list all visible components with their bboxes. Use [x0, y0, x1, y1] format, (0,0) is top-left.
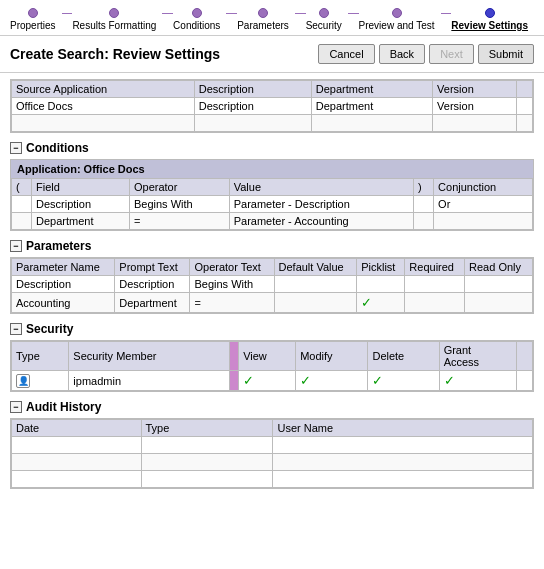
- step-dot-security: [319, 8, 329, 18]
- wizard-connector-2: [162, 13, 173, 14]
- param-col-picklist: Picklist: [357, 259, 405, 276]
- conditions-app-box: Application: Office Docs ( Field Operato…: [10, 159, 534, 231]
- wizard-step-conditions[interactable]: Conditions: [173, 8, 220, 31]
- wizard-step-preview-and-test[interactable]: Preview and Test: [359, 8, 435, 31]
- step-label-review-settings: Review Settings: [451, 20, 528, 31]
- source-app-department: Department: [311, 98, 432, 115]
- source-apps-col-dept: Department: [311, 81, 432, 98]
- page-title: Create Search: Review Settings: [10, 46, 314, 62]
- conditions-collapse-icon[interactable]: −: [10, 142, 22, 154]
- table-row-empty: [12, 115, 533, 132]
- sec-col-type: Type: [12, 342, 69, 371]
- param-default-2: [274, 293, 357, 313]
- cond-operator-1: Begins With: [129, 196, 229, 213]
- wizard-connector-3: [226, 13, 237, 14]
- source-apps-col-desc: Description: [194, 81, 311, 98]
- param-default-1: [274, 276, 357, 293]
- audit-col-type: Type: [141, 420, 273, 437]
- sec-col-delete: Delete: [368, 342, 439, 371]
- parameters-table-container: Parameter Name Prompt Text Operator Text…: [10, 257, 534, 314]
- cond-field-1: Description: [32, 196, 130, 213]
- audit-collapse-icon[interactable]: −: [10, 401, 22, 413]
- conditions-section-label: Conditions: [26, 141, 89, 155]
- wizard-step-results-formatting[interactable]: Results Formatting: [72, 8, 156, 31]
- security-collapse-icon[interactable]: −: [10, 323, 22, 335]
- conditions-col-conjunction: Conjunction: [434, 179, 533, 196]
- audit-empty-date: [12, 437, 142, 454]
- param-required-1: [405, 276, 465, 293]
- wizard-connector-5: [348, 13, 359, 14]
- back-button[interactable]: Back: [379, 44, 425, 64]
- wizard-step-properties[interactable]: Properties: [10, 8, 56, 31]
- table-row: Description Description Begins With: [12, 276, 533, 293]
- step-dot-properties: [28, 8, 38, 18]
- step-dot-review-settings: [485, 8, 495, 18]
- param-col-name: Parameter Name: [12, 259, 115, 276]
- main-content: Source Application Description Departmen…: [0, 73, 544, 499]
- parameters-section-header: − Parameters: [10, 239, 534, 253]
- conditions-col-operator: Operator: [129, 179, 229, 196]
- wizard-step-review-settings[interactable]: Review Settings: [451, 8, 528, 31]
- step-label-parameters: Parameters: [237, 20, 289, 31]
- audit-history-section-header: − Audit History: [10, 400, 534, 414]
- empty-cell: [516, 115, 532, 132]
- sec-col-divider: [230, 342, 239, 371]
- conditions-app-box-header: Application: Office Docs: [11, 160, 533, 178]
- parameters-table: Parameter Name Prompt Text Operator Text…: [11, 258, 533, 313]
- table-row: Department = Parameter - Accounting: [12, 213, 533, 230]
- wizard-connector-6: [441, 13, 452, 14]
- source-app-extra: [516, 98, 532, 115]
- source-apps-col-extra: [516, 81, 532, 98]
- cond-field-2: Department: [32, 213, 130, 230]
- source-apps-col-source: Source Application: [12, 81, 195, 98]
- source-apps-header-row: Source Application Description Departmen…: [12, 81, 533, 98]
- security-section-label: Security: [26, 322, 73, 336]
- audit-header-row: Date Type User Name: [12, 420, 533, 437]
- audit-empty-row-1: [12, 437, 533, 454]
- cond-operator-2: =: [129, 213, 229, 230]
- wizard-step-parameters[interactable]: Parameters: [237, 8, 289, 31]
- grant-check: ✓: [444, 373, 455, 388]
- cancel-button[interactable]: Cancel: [318, 44, 374, 64]
- conditions-section-header: − Conditions: [10, 141, 534, 155]
- security-header-row: Type Security Member View Modify Delete …: [12, 342, 533, 371]
- step-dot-preview-and-test: [392, 8, 402, 18]
- audit-col-date: Date: [12, 420, 142, 437]
- sec-modify-1: ✓: [296, 371, 368, 391]
- sec-col-grant: GrantAccess: [439, 342, 517, 371]
- param-col-prompt: Prompt Text: [115, 259, 190, 276]
- table-row: Accounting Department = ✓: [12, 293, 533, 313]
- audit-empty-user: [273, 437, 533, 454]
- cond-open-paren-1: [12, 196, 32, 213]
- param-col-operator: Operator Text: [190, 259, 274, 276]
- cond-conjunction-1: Or: [434, 196, 533, 213]
- next-button[interactable]: Next: [429, 44, 474, 64]
- step-dot-results-formatting: [109, 8, 119, 18]
- parameters-collapse-icon[interactable]: −: [10, 240, 22, 252]
- conditions-col-open-paren: (: [12, 179, 32, 196]
- param-col-readonly: Read Only: [465, 259, 533, 276]
- modify-check: ✓: [300, 373, 311, 388]
- conditions-col-value: Value: [229, 179, 413, 196]
- param-required-2: [405, 293, 465, 313]
- view-check: ✓: [243, 373, 254, 388]
- user-type-icon: 👤: [16, 374, 30, 388]
- param-name-1: Description: [12, 276, 115, 293]
- wizard-connector-1: [62, 13, 73, 14]
- submit-button[interactable]: Submit: [478, 44, 534, 64]
- wizard-step-security[interactable]: Security: [306, 8, 342, 31]
- table-row: Description Begins With Parameter - Desc…: [12, 196, 533, 213]
- security-section-header: − Security: [10, 322, 534, 336]
- audit-empty-row-3: [12, 471, 533, 488]
- param-col-default: Default Value: [274, 259, 357, 276]
- sec-member-1: ipmadmin: [69, 371, 230, 391]
- cond-value-2: Parameter - Accounting: [229, 213, 413, 230]
- sec-view-1: ✓: [239, 371, 296, 391]
- param-operator-2: =: [190, 293, 274, 313]
- param-readonly-1: [465, 276, 533, 293]
- conditions-col-field: Field: [32, 179, 130, 196]
- step-label-properties: Properties: [10, 20, 56, 31]
- audit-empty-user-2: [273, 454, 533, 471]
- table-row: Office Docs Description Department Versi…: [12, 98, 533, 115]
- conditions-header-row: ( Field Operator Value ) Conjunction: [12, 179, 533, 196]
